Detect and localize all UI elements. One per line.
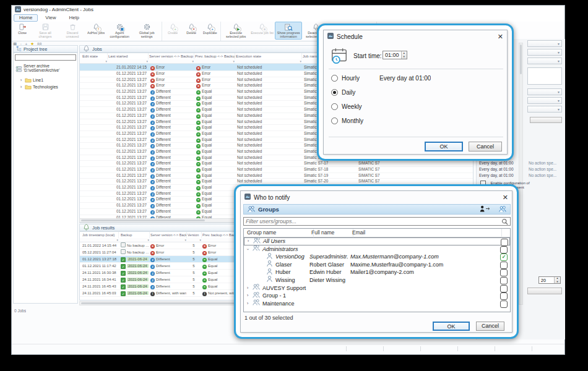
cell-prev-backup-backup: =Equal (196, 119, 235, 125)
ribbon-button-create[interactable]: +Create (163, 22, 182, 40)
radio-option-daily[interactable]: Daily (331, 89, 498, 98)
checkbox-icon[interactable] (500, 262, 508, 269)
status-icon-diff: ≠ (150, 90, 155, 95)
detail-spinner[interactable]: 20▲▼ (538, 276, 561, 284)
ribbon-button-execute-job-list[interactable]: ≡Execute job list (249, 22, 275, 40)
cell-job-name: Simatic S7-20 (304, 179, 356, 184)
tab-home[interactable]: Home (14, 14, 38, 22)
column-header-2[interactable]: Full name (309, 229, 353, 237)
notify-row-huber[interactable]: Huber Edwin Huber Mailer1@company-2.com (244, 268, 510, 276)
ribbon-button-close[interactable]: Close (13, 22, 32, 40)
status-icon-eq: = (196, 114, 201, 119)
chevron-right-icon[interactable]: › (245, 300, 250, 308)
notify-filter[interactable] (243, 217, 511, 226)
spinner-arrows-icon[interactable]: ▲▼ (401, 51, 407, 59)
close-icon[interactable]: ✕ (503, 194, 508, 201)
cancel-button[interactable]: Cancel (469, 142, 502, 151)
status-icon-err: ✕ (150, 79, 155, 83)
checkbox-icon[interactable] (500, 301, 508, 308)
ok-button[interactable]: OK (433, 322, 470, 331)
ribbon-button-agent-configuration[interactable]: ▣Agent configuration (106, 22, 133, 40)
ribbon-button-adhoc-jobs[interactable]: !AdHoc jobs (86, 22, 106, 40)
notify-row-auvesy-support[interactable]: ›AUVESY Support (244, 284, 510, 292)
checkbox-checked-icon[interactable]: ✓ (500, 254, 508, 261)
tab-view[interactable]: View (40, 14, 61, 22)
progress-info-icon (284, 23, 293, 32)
detail-button[interactable] (530, 117, 562, 123)
project-tree-filter[interactable] (15, 54, 76, 61)
chevron-down-icon[interactable]: › (244, 247, 252, 252)
ribbon-button-save-all-changes[interactable]: Save all changes (32, 22, 59, 40)
status-icon-diff: ≠ (150, 198, 155, 202)
chevron-right-icon[interactable]: › (245, 292, 250, 300)
radio-icon[interactable] (331, 75, 338, 82)
radio-icon[interactable] (331, 117, 338, 124)
cell-prev-backup-backup: =Equal (196, 101, 235, 106)
chevron-right-icon[interactable]: › (246, 237, 251, 245)
no-backup-icon (121, 242, 126, 247)
status-icon-err: ✕ (150, 251, 155, 255)
column-filter-dropdown[interactable]: ▾ (188, 238, 201, 242)
column-filter-dropdown[interactable]: ▾ (236, 59, 301, 63)
column-filter-dropdown[interactable]: ▾ (149, 59, 194, 63)
cell-execution-state: Not scheduled (237, 143, 301, 148)
notify-filter-input[interactable] (244, 218, 510, 225)
ribbon-button-show-progress-information[interactable]: Show progress information (275, 22, 302, 40)
column-filter-dropdown[interactable]: ▾ (150, 238, 186, 242)
ribbon-button-duplicate[interactable]: +Duplicate (201, 22, 219, 40)
ribbon-button-discard-unsaved-changes[interactable]: Discard unsaved changes (59, 22, 86, 40)
cell-full-name (309, 300, 348, 308)
chevron-right-icon[interactable]: › (245, 284, 250, 292)
tree-root[interactable]: Server archive 'D:\vdServerArchive' (15, 64, 77, 75)
close-icon[interactable]: ✕ (498, 33, 503, 40)
user-from-group-icon[interactable] (480, 205, 507, 214)
radio-icon[interactable] (331, 89, 338, 96)
radio-icon[interactable] (331, 103, 338, 110)
jobs-table-row[interactable]: 01.12.2021 13:27 ≠Different =Equal Not s… (80, 161, 473, 167)
detail-dropdown[interactable]: ▼ (527, 88, 562, 95)
detail-button[interactable] (527, 288, 562, 294)
notify-row-all-users[interactable]: ›All Users (244, 237, 510, 245)
detail-dropdown[interactable]: ▼ (527, 97, 562, 104)
cell-execution-state: Not scheduled (237, 167, 301, 173)
spinner-arrows-icon[interactable]: ▲▼ (554, 277, 560, 283)
cell-prev-backup-backup: =Equal (196, 167, 235, 173)
detail-dropdown[interactable]: ▼ (527, 58, 562, 64)
detail-text-input[interactable] (527, 67, 562, 85)
detail-dropdown[interactable]: ▼ (527, 49, 562, 56)
radio-option-monthly[interactable]: Monthly (331, 117, 498, 126)
checkbox-icon[interactable] (500, 246, 508, 254)
checkbox-icon[interactable] (500, 292, 508, 300)
checkbox-icon[interactable] (500, 269, 508, 276)
detail-dropdown[interactable]: ▼ (527, 40, 562, 47)
column-header-3[interactable]: Email (350, 229, 502, 237)
start-time-spinner[interactable]: 01:00 ▲▼ (383, 51, 407, 59)
jobs-table-row[interactable]: 01.12.2021 13:27 ≠Different =Equal Not s… (80, 167, 473, 173)
cell-last-started: 01.12.2021 13:27 (108, 185, 147, 190)
radio-option-hourly[interactable]: HourlyEvery day at 01:00 (331, 75, 498, 83)
notify-row-versiondog[interactable]: VersionDog Superadministr... Max.Musterm… (244, 253, 510, 261)
column-filter-dropdown[interactable]: ▾ (82, 238, 118, 242)
ribbon-button-execute-selected-jobs-now[interactable]: ▶Execute selected jobs now (222, 22, 249, 40)
jobs-table-row[interactable]: 01.12.2021 13:27 ≠Different =Equal Not s… (80, 173, 473, 179)
notify-row-group-1[interactable]: ›Group - 1 (244, 292, 510, 300)
tab-help[interactable]: Help (64, 14, 85, 22)
chevron-right-icon[interactable]: › (19, 84, 24, 90)
notify-row-maintenance[interactable]: ›Maintenance (244, 300, 510, 308)
column-filter-dropdown[interactable]: ▾ (108, 59, 148, 63)
ok-button[interactable]: OK (425, 142, 463, 151)
column-filter-dropdown[interactable]: ▾ (121, 238, 149, 242)
column-filter-dropdown[interactable]: ▾ (82, 59, 107, 63)
column-filter-dropdown[interactable]: ▾ (195, 59, 235, 63)
notify-row-wissing[interactable]: Wissing Dieter Wissing (244, 276, 510, 284)
ribbon-button-delete[interactable]: ×Delete (182, 22, 201, 40)
checkbox-icon[interactable] (500, 285, 508, 292)
ribbon-button-global-job-settings[interactable]: Global job settings (133, 22, 160, 40)
cancel-button[interactable]: Cancel (476, 322, 504, 331)
checkbox-icon[interactable] (500, 277, 508, 284)
tree-item-technologies[interactable]: ›Technologies (19, 81, 58, 92)
notify-row-administrators[interactable]: ›Administrators (244, 245, 510, 254)
radio-option-weekly[interactable]: Weekly (331, 103, 498, 112)
detail-dropdown[interactable]: ▼ (527, 106, 562, 113)
notify-row-glaser[interactable]: Glaser Robert Glaser Maxime.Musterfrau@c… (244, 261, 510, 269)
